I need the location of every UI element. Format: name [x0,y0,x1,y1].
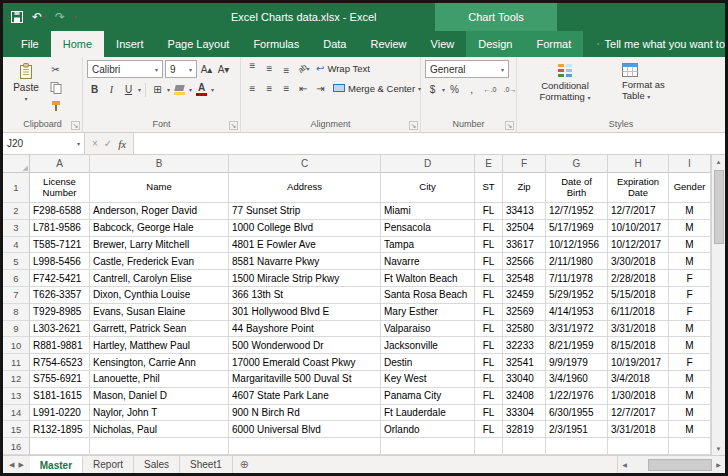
scroll-down-icon[interactable]: ▼ [712,442,725,455]
cell[interactable]: 1000 College Blvd [229,220,381,237]
cell[interactable]: F742-5421 [30,270,90,287]
cell[interactable]: F [669,270,711,287]
cell[interactable]: Santa Rosa Beach [381,287,475,304]
grow-font-button[interactable]: A▴ [199,62,214,77]
qat-customize-button[interactable]: ▾ [74,14,77,20]
tab-design[interactable]: Design [466,31,524,57]
cell[interactable]: 3/4/2018 [608,371,669,388]
borders-dropdown-icon[interactable]: ▾ [167,86,170,93]
cell[interactable]: 32548 [503,270,546,287]
cell[interactable]: Zip [503,173,546,203]
enter-button[interactable]: ✓ [104,138,112,149]
tab-page-layout[interactable]: Page Layout [156,31,242,57]
cell[interactable]: 32233 [503,337,546,354]
vertical-scrollbar[interactable]: ▲ ▼ [711,155,725,455]
cell[interactable]: M [669,321,711,338]
cell[interactable]: M [669,237,711,254]
cell[interactable]: 32541 [503,354,546,371]
cell[interactable]: Mary Esther [381,304,475,321]
cell[interactable]: 3/30/2018 [608,253,669,270]
tab-review[interactable]: Review [358,31,418,57]
cell[interactable]: F [669,287,711,304]
accounting-format-button[interactable]: $ [425,82,440,97]
cell[interactable]: Valparaiso [381,321,475,338]
cell[interactable]: FL [475,421,503,438]
row-header-1[interactable]: 1 [3,173,30,203]
cell[interactable]: Nicholas, Paul [90,421,229,438]
font-color-dropdown-icon[interactable]: ▾ [211,86,214,93]
cell[interactable]: Evans, Susan Elaine [90,304,229,321]
borders-button[interactable]: ⊞ [150,82,165,97]
redo-button[interactable]: ↷ [55,11,65,23]
cell[interactable]: 4607 State Park Lane [229,388,381,405]
sheet-tab-report[interactable]: Report [83,456,134,473]
row-header-8[interactable]: 8 [3,304,30,321]
new-sheet-button[interactable]: ⊕ [233,456,256,473]
align-right-button[interactable]: ≡ [279,81,294,96]
row-header-12[interactable]: 12 [3,371,30,388]
cell[interactable]: Date of Birth [546,173,608,203]
column-header-H[interactable]: H [608,155,669,173]
cell[interactable]: F [669,354,711,371]
cell[interactable]: License Number [30,173,90,203]
cell[interactable]: 32459 [503,287,546,304]
cell[interactable]: Babcock, George Hale [90,220,229,237]
cell[interactable]: Garrett, Patrick Sean [90,321,229,338]
cell[interactable]: 32569 [503,304,546,321]
cell[interactable]: Kensington, Carrie Ann [90,354,229,371]
column-header-A[interactable]: A [30,155,90,173]
cell[interactable]: Panama City [381,388,475,405]
cell[interactable] [229,438,381,455]
accounting-dropdown-icon[interactable]: ▾ [442,86,445,93]
shrink-font-button[interactable]: A▾ [216,62,231,77]
cell[interactable] [503,438,546,455]
increase-decimal-button[interactable]: ←.0 [481,82,499,97]
cell[interactable]: 301 Hollywood Blvd E [229,304,381,321]
column-header-F[interactable]: F [503,155,546,173]
bold-button[interactable]: B [87,82,102,97]
cell[interactable]: 2/28/2018 [608,270,669,287]
scroll-left-icon[interactable]: ◀ [618,461,631,468]
tell-me-box[interactable]: Tell me what you want to [597,31,725,57]
horizontal-scrollbar-track[interactable] [631,456,712,473]
cell[interactable]: 5/29/1952 [546,287,608,304]
cell[interactable]: Gender [669,173,711,203]
cell[interactable]: 12/7/2017 [608,405,669,422]
cell[interactable]: 32819 [503,421,546,438]
format-painter-button[interactable] [48,98,63,113]
sheet-tab-sheet1[interactable]: Sheet1 [180,456,233,473]
cell[interactable]: Dixon, Cynthia Louise [90,287,229,304]
cell[interactable]: 32408 [503,388,546,405]
cell[interactable]: R754-6523 [30,354,90,371]
cell[interactable] [30,438,90,455]
font-color-button[interactable]: A [194,82,209,97]
tab-home[interactable]: Home [51,31,104,57]
cell[interactable]: FL [475,287,503,304]
font-name-select[interactable]: Calibri▾ [87,60,163,78]
cell[interactable]: Mason, Daniel D [90,388,229,405]
cell[interactable]: 9/9/1979 [546,354,608,371]
cell[interactable]: Expiration Date [608,173,669,203]
vertical-scrollbar-thumb[interactable] [714,170,724,244]
tab-insert[interactable]: Insert [104,31,156,57]
cell[interactable]: 2/11/1980 [546,253,608,270]
cell[interactable]: 33040 [503,371,546,388]
cell[interactable]: 5/17/1969 [546,220,608,237]
cell[interactable]: Jacksonville [381,337,475,354]
cell[interactable]: Castle, Frederick Evan [90,253,229,270]
cell[interactable]: 3/4/1960 [546,371,608,388]
cell[interactable]: 32580 [503,321,546,338]
cell[interactable]: Cantrell, Carolyn Elise [90,270,229,287]
sheet-tab-sales[interactable]: Sales [134,456,180,473]
tab-data[interactable]: Data [311,31,358,57]
cell[interactable]: 12/7/2017 [608,203,669,220]
cell[interactable] [669,438,711,455]
fill-color-button[interactable] [172,82,187,97]
align-bottom-button[interactable]: ≡ [279,61,294,76]
select-all-corner[interactable]: ◢ [3,155,30,173]
row-header-7[interactable]: 7 [3,287,30,304]
insert-function-button[interactable]: fx [118,138,126,150]
cell[interactable] [381,438,475,455]
cancel-button[interactable]: × [92,138,98,149]
cell[interactable] [90,438,229,455]
